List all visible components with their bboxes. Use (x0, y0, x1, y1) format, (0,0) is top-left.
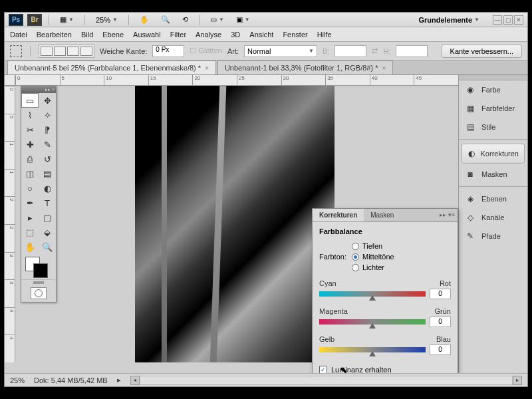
selection-add-icon[interactable] (54, 47, 66, 56)
3d-camera-icon[interactable]: ⬙ (39, 225, 56, 239)
eraser-tool-icon[interactable]: ◫ (21, 166, 39, 181)
menu-fenster[interactable]: Fenster (283, 31, 307, 39)
stamp-tool-icon[interactable]: ⎙ (21, 152, 39, 166)
feather-input[interactable]: 0 Px (152, 45, 184, 57)
tab-close-icon[interactable]: × (382, 65, 386, 72)
menu-ansicht[interactable]: Ansicht (249, 31, 273, 39)
zoom-tool-icon[interactable]: 🔍 (157, 14, 174, 25)
paths-icon: ✎ (464, 231, 476, 241)
cursor-icon: ⬉ (340, 364, 348, 373)
panel-farbfelder[interactable]: ▦Farbfelder (459, 99, 527, 118)
bridge-logo-icon[interactable]: Br (27, 14, 42, 26)
hand-tool-icon[interactable]: ✋ (136, 14, 153, 25)
crop-tool-icon[interactable]: ✂ (21, 122, 39, 137)
radio-tiefen[interactable] (352, 243, 359, 250)
arrange-dropdown[interactable]: ▭ ▼ (206, 14, 228, 25)
3d-tool-icon[interactable]: ⬚ (21, 225, 39, 239)
ruler-origin[interactable] (5, 75, 15, 86)
wand-tool-icon[interactable]: ✧ (39, 108, 56, 122)
panel-stile[interactable]: ▤Stile (459, 118, 527, 136)
launch-dropdown[interactable]: ▦ ▼ (56, 14, 78, 25)
strip-collapse-icon[interactable] (459, 75, 527, 80)
tab-korrekturen[interactable]: Korrekturen (313, 209, 364, 221)
pen-tool-icon[interactable]: ✒ (21, 196, 39, 210)
status-zoom[interactable]: 25% (10, 376, 25, 384)
screenmode-dropdown[interactable]: ▣ ▼ (232, 14, 254, 25)
scrollbar-horizontal[interactable] (140, 376, 513, 385)
brush-tool-icon[interactable]: ✎ (39, 137, 56, 152)
dodge-tool-icon[interactable]: ◐ (39, 181, 56, 196)
menu-analyse[interactable]: Analyse (196, 31, 221, 39)
menu-filter[interactable]: Filter (170, 31, 186, 39)
quickmask-icon[interactable] (31, 287, 47, 299)
radio-lichter[interactable] (352, 264, 359, 271)
slider-value[interactable]: 0 (430, 289, 451, 299)
document-tab[interactable]: Unbenannt-5 bei 25% (Farbbalance 1, Eben… (7, 61, 216, 74)
menu-ebene[interactable]: Ebene (102, 31, 124, 39)
tab-masken[interactable]: Masken (364, 209, 400, 221)
maximize-icon[interactable]: ▢ (503, 15, 513, 25)
selection-mode-group (39, 45, 94, 58)
panel-korrekturen[interactable]: ◐Korrekturen (462, 144, 525, 164)
menu-bild[interactable]: Bild (81, 31, 93, 39)
slider-cyan-red[interactable] (319, 291, 426, 297)
shape-tool-icon[interactable]: ▢ (39, 210, 56, 225)
swatches-icon: ▦ (464, 103, 476, 114)
color-swatches[interactable] (21, 254, 56, 279)
selection-intersect-icon[interactable] (80, 47, 92, 56)
panel-farbe[interactable]: ◉Farbe (459, 80, 527, 99)
selection-new-icon[interactable] (41, 47, 53, 56)
menu-auswahl[interactable]: Auswahl (133, 31, 161, 39)
menu-3d[interactable]: 3D (231, 31, 240, 39)
scroll-left-icon[interactable]: ◂ (130, 376, 140, 385)
lasso-tool-icon[interactable]: ⌇ (21, 108, 39, 122)
style-select[interactable]: Normal▼ (244, 45, 317, 57)
feather-label: Weiche Kante: (100, 47, 147, 55)
minimize-icon[interactable]: — (493, 15, 502, 25)
refine-edge-button[interactable]: Kante verbessern... (442, 45, 522, 58)
panel-collapse-icon[interactable]: ▸▸ ▾≡ (437, 209, 458, 221)
status-arrow-icon[interactable]: ▸ (117, 376, 121, 384)
selection-subtract-icon[interactable] (67, 47, 79, 56)
zoom-tool-icon[interactable]: 🔍 (39, 239, 56, 254)
hand-tool-icon[interactable]: ✋ (21, 239, 39, 254)
menu-datei[interactable]: Datei (10, 31, 27, 39)
menu-hilfe[interactable]: Hilfe (317, 31, 332, 39)
close-icon[interactable]: ✕ (514, 15, 523, 25)
blur-tool-icon[interactable]: ○ (21, 181, 39, 196)
luminosity-checkbox[interactable]: ✓ (319, 366, 327, 373)
ruler-vertical[interactable]: 0511223344 (5, 86, 15, 362)
zoom-dropdown[interactable]: 25% ▼ (92, 15, 122, 25)
toolbox-header[interactable]: ▸▸ × (21, 86, 56, 93)
scroll-right-icon[interactable]: ▸ (513, 376, 522, 385)
antialias-checkbox: ☐ Glätten (190, 47, 222, 55)
panel-ebenen[interactable]: ◈Ebenen (459, 190, 527, 208)
workspace-switcher[interactable]: Grundelemente ▼ (414, 15, 483, 25)
document-tab[interactable]: Unbenannt-1 bei 33,3% (Fotofilter 1, RGB… (217, 61, 393, 74)
tab-close-icon[interactable]: × (205, 65, 209, 72)
slider-yellow-blue[interactable] (319, 347, 426, 352)
radio-mitteltone[interactable] (352, 253, 359, 261)
panel-kanaele[interactable]: ◇Kanäle (459, 208, 527, 227)
move-tool-icon[interactable]: ✥ (39, 93, 56, 108)
slider-value[interactable]: 0 (430, 344, 451, 355)
slider-value[interactable]: 0 (430, 317, 451, 327)
rotate-view-icon[interactable]: ⟲ (178, 14, 192, 25)
color-icon: ◉ (464, 84, 476, 95)
type-tool-icon[interactable]: T (39, 196, 56, 210)
eyedropper-tool-icon[interactable]: ⁋ (39, 122, 56, 137)
path-select-icon[interactable]: ▸ (21, 210, 39, 225)
menu-bearbeiten[interactable]: Bearbeiten (37, 31, 72, 39)
panel-masken[interactable]: ◙Masken (459, 165, 527, 184)
background-color[interactable] (33, 263, 48, 278)
slider-magenta-green[interactable] (319, 319, 426, 325)
gradient-tool-icon[interactable]: ▤ (39, 166, 56, 181)
marquee-tool-icon[interactable]: ▭ (21, 93, 39, 108)
status-docinfo[interactable]: Dok: 5,44 MB/5,42 MB (34, 376, 108, 384)
heal-tool-icon[interactable]: ✚ (21, 137, 39, 152)
app-window: Ps Br ▦ ▼ 25% ▼ ✋ 🔍 ⟲ ▭ ▼ ▣ ▼ Grundeleme… (4, 12, 528, 387)
panel-pfade[interactable]: ✎Pfade (459, 227, 527, 245)
current-tool-icon[interactable] (10, 45, 22, 57)
ruler-horizontal[interactable]: 051015202530354045 (15, 75, 458, 86)
history-brush-icon[interactable]: ↺ (39, 152, 56, 166)
